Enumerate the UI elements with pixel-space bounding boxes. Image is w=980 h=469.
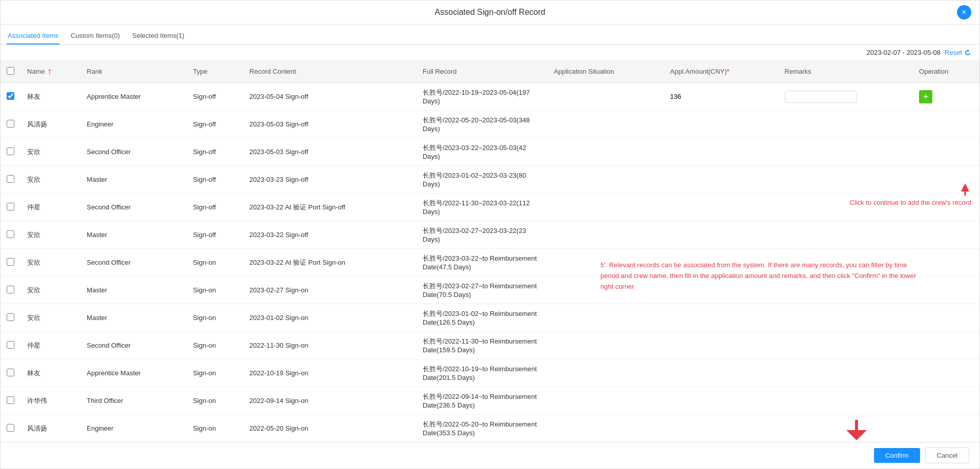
row-checkbox-cell — [1, 111, 21, 138]
cell-type: Sign-on — [187, 415, 243, 442]
cell-record-content: 2023-03-22 At 验证 Port Sign-off — [243, 194, 416, 221]
row-checkbox[interactable] — [7, 147, 14, 155]
row-checkbox[interactable] — [7, 424, 14, 432]
cell-record-content: 2023-03-23 Sign-off — [243, 166, 416, 194]
col-type: Type — [187, 60, 243, 83]
tab-selected[interactable]: Selected Items(1) — [131, 29, 185, 45]
row-checkbox-cell — [1, 332, 21, 359]
cell-operation — [913, 138, 979, 166]
cell-full-record: 长胜号/2022-11-30~to Reimbursement Date(159… — [416, 332, 548, 359]
row-checkbox-cell — [1, 83, 21, 111]
cell-operation — [913, 221, 979, 249]
select-all-checkbox[interactable] — [7, 67, 14, 75]
date-range: 2023-02-07 - 2023-05-08 — [866, 49, 941, 56]
col-full-record: Full Record — [416, 60, 548, 83]
cell-operation — [913, 332, 979, 359]
cell-appl-amount — [664, 166, 779, 194]
cell-name: 林友 — [21, 359, 80, 387]
svg-rect-1 — [964, 191, 966, 196]
cell-rank: Apprentice Master — [80, 359, 186, 387]
main-table: Name ↑ Rank Type Record Content Full Rec… — [1, 60, 979, 442]
cell-record-content: 2023-02-27 Sign-on — [243, 276, 416, 304]
cell-full-record: 长胜号/2023-02-27~2023-03-22(23 Days) — [416, 221, 548, 249]
cell-rank: Second Officer — [80, 194, 186, 221]
cell-full-record: 长胜号/2022-11-30~2023-03-22(112 Days) — [416, 194, 548, 221]
table-row: 风清扬EngineerSign-off2023-05-03 Sign-off长胜… — [1, 111, 979, 138]
cell-remarks — [779, 359, 913, 387]
cell-type: Sign-off — [187, 194, 243, 221]
row-checkbox-cell — [1, 387, 21, 415]
cell-operation — [913, 111, 979, 138]
name-arrow-icon: ↑ — [47, 66, 52, 77]
cell-full-record: 长胜号/2022-05-20~to Reimbursement Date(353… — [416, 415, 548, 442]
row-checkbox[interactable] — [7, 203, 14, 210]
cancel-button[interactable]: Cancel — [925, 447, 969, 463]
remarks-input[interactable] — [785, 91, 857, 103]
cell-full-record: 长胜号/2022-10-19~to Reimbursement Date(201… — [416, 359, 548, 387]
cell-operation — [913, 249, 979, 276]
cell-rank: Engineer — [80, 111, 186, 138]
cell-rank: Master — [80, 221, 186, 249]
cell-type: Sign-on — [187, 387, 243, 415]
cell-remarks — [779, 332, 913, 359]
cell-appl-amount — [664, 83, 779, 111]
tab-custom[interactable]: Custom Items(0) — [70, 29, 121, 45]
cell-appl-amount — [664, 359, 779, 387]
appl-amount-input[interactable] — [670, 93, 711, 100]
table-row: 安欣Second OfficerSign-off2023-05-03 Sign-… — [1, 138, 979, 166]
cell-application-situation — [548, 166, 664, 194]
cell-remarks — [779, 387, 913, 415]
table-container: Name ↑ Rank Type Record Content Full Rec… — [1, 60, 979, 442]
arrow-down-container — [846, 420, 867, 442]
row-checkbox[interactable] — [7, 341, 14, 349]
cell-name: 安欣 — [21, 249, 80, 276]
cell-full-record: 长胜号/2022-05-20~2023-05-03(348 Days) — [416, 111, 548, 138]
cell-appl-amount — [664, 221, 779, 249]
cell-remarks — [779, 415, 913, 442]
row-checkbox[interactable] — [7, 313, 14, 321]
cell-application-situation — [548, 83, 664, 111]
close-button[interactable]: × — [957, 5, 971, 19]
cell-application-situation — [548, 221, 664, 249]
instruction-box: 5'. Relevant records can be associated f… — [600, 260, 918, 292]
cell-type: Sign-off — [187, 221, 243, 249]
table-row: 风清扬EngineerSign-on2022-05-20 Sign-on长胜号/… — [1, 415, 979, 442]
cell-operation: + — [913, 83, 979, 111]
cell-name: 安欣 — [21, 166, 80, 194]
row-checkbox[interactable] — [7, 258, 14, 266]
footer-row: Confirm Cancel — [1, 442, 979, 468]
cell-type: Sign-on — [187, 359, 243, 387]
table-row: 许华伟Third OfficerSign-on2022-09-14 Sign-o… — [1, 387, 979, 415]
cell-application-situation — [548, 138, 664, 166]
row-checkbox[interactable] — [7, 120, 14, 127]
table-row: 林友Apprentice MasterSign-on2022-10-19 Sig… — [1, 359, 979, 387]
cell-operation — [913, 415, 979, 442]
cell-full-record: 长胜号/2023-03-22~2023-05-03(42 Days) — [416, 138, 548, 166]
cell-appl-amount — [664, 387, 779, 415]
row-checkbox[interactable] — [7, 92, 14, 100]
cell-rank: Apprentice Master — [80, 83, 186, 111]
row-checkbox[interactable] — [7, 286, 14, 293]
row-checkbox[interactable] — [7, 175, 14, 183]
row-checkbox[interactable] — [7, 369, 14, 376]
cell-full-record: 长胜号/2022-10-19~2023-05-04(197 Days) — [416, 83, 548, 111]
cell-full-record: 长胜号/2023-03-22~to Reimbursement Date(47.… — [416, 249, 548, 276]
row-checkbox[interactable] — [7, 230, 14, 238]
confirm-button[interactable]: Confirm — [874, 448, 920, 463]
cell-operation — [913, 304, 979, 332]
reset-button[interactable]: Reset — [945, 49, 971, 56]
tab-associated[interactable]: Associated Items — [7, 29, 59, 45]
col-operation: Operation — [913, 60, 979, 83]
row-checkbox[interactable] — [7, 396, 14, 404]
add-crew-button[interactable]: + — [919, 90, 932, 103]
cell-record-content: 2022-11-30 Sign-on — [243, 332, 416, 359]
row-checkbox-cell — [1, 276, 21, 304]
cell-remarks — [779, 83, 913, 111]
cell-rank: Second Officer — [80, 332, 186, 359]
cell-record-content: 2023-05-03 Sign-off — [243, 111, 416, 138]
cell-record-content: 2023-03-22 At 验证 Port Sign-on — [243, 249, 416, 276]
col-remarks: Remarks — [779, 60, 913, 83]
tabs-bar: Associated Items Custom Items(0) Selecte… — [1, 25, 979, 45]
cell-record-content: 2023-03-22 Sign-off — [243, 221, 416, 249]
cell-rank: Master — [80, 304, 186, 332]
